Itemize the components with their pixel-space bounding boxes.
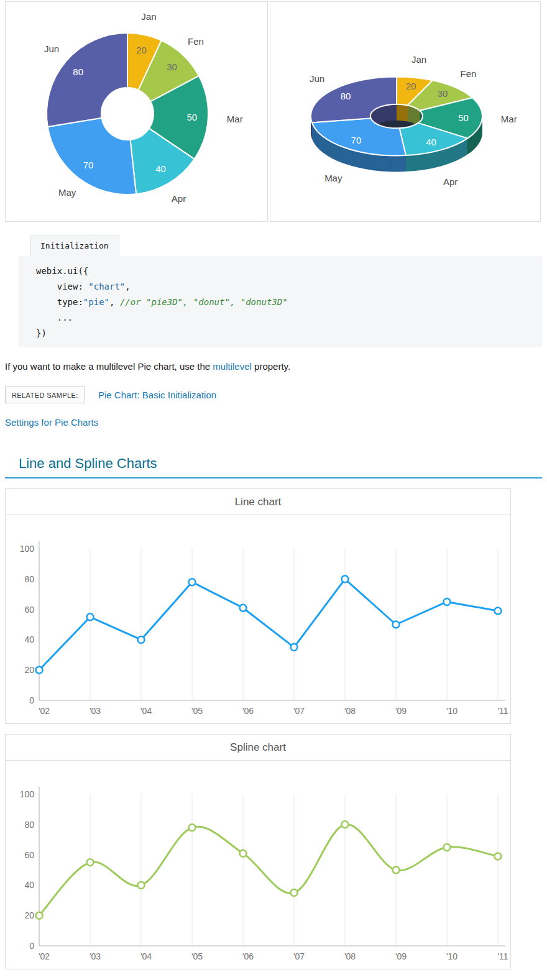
multilevel-link[interactable]: multilevel bbox=[213, 361, 252, 372]
y-tick-label: 80 bbox=[24, 574, 34, 584]
code-lines: webix.ui({ view: "chart", type:"pie", //… bbox=[36, 263, 542, 341]
data-point-marker bbox=[87, 613, 94, 620]
data-point-marker bbox=[189, 824, 196, 831]
pie-donut-chart: 203050407080JanFenMarAprMayJun bbox=[6, 2, 267, 221]
x-tick-label: '02 bbox=[39, 706, 50, 716]
pie3d-chart-panel: 203050407080JanFenMarAprMayJun bbox=[270, 1, 541, 222]
y-tick-label: 40 bbox=[24, 634, 34, 644]
pie-chart-panel: 203050407080JanFenMarAprMayJun bbox=[5, 1, 268, 222]
line-chart-title: Line chart bbox=[6, 489, 510, 515]
pie-category-label: Jun bbox=[44, 44, 59, 54]
data-point-marker bbox=[444, 598, 451, 605]
pie-category-label: Mar bbox=[227, 114, 243, 124]
y-tick-label: 0 bbox=[29, 941, 34, 951]
pie-category-label: May bbox=[324, 173, 342, 183]
y-tick-label: 80 bbox=[24, 820, 34, 830]
data-point-marker bbox=[138, 636, 145, 643]
y-tick-label: 20 bbox=[24, 910, 34, 920]
x-tick-label: '06 bbox=[242, 706, 254, 716]
x-tick-label: '03 bbox=[90, 706, 101, 716]
pie-value-label: 20 bbox=[406, 81, 416, 91]
x-tick-label: '03 bbox=[90, 951, 101, 961]
x-tick-label: '08 bbox=[344, 951, 356, 961]
spline-chart-panel: Spline chart 020406080100'02'03'04'05'06… bbox=[5, 734, 511, 969]
data-point-marker bbox=[342, 821, 349, 828]
x-tick-label: '11 bbox=[497, 706, 508, 716]
x-tick-label: '08 bbox=[344, 706, 356, 716]
y-tick-label: 20 bbox=[24, 665, 34, 675]
pie-value-label: 40 bbox=[155, 163, 166, 174]
x-tick-label: '10 bbox=[446, 951, 457, 961]
pie-category-label: Mar bbox=[501, 114, 517, 124]
x-tick-label: '11 bbox=[497, 951, 508, 961]
pie-category-label: Fen bbox=[461, 68, 477, 79]
data-point-marker bbox=[240, 850, 247, 857]
pie-value-label: 50 bbox=[186, 112, 197, 122]
data-point-marker bbox=[495, 853, 502, 860]
data-point-marker bbox=[291, 644, 298, 651]
spline-chart-title: Spline chart bbox=[6, 735, 510, 761]
pie-category-label: Apr bbox=[172, 193, 186, 204]
pie-category-label: Fen bbox=[188, 36, 204, 47]
x-tick-label: '04 bbox=[140, 706, 152, 716]
x-tick-label: '02 bbox=[39, 951, 50, 961]
x-tick-label: '09 bbox=[395, 706, 407, 716]
data-point-marker bbox=[36, 667, 43, 674]
data-point-marker bbox=[393, 621, 400, 628]
code-block: webix.ui({ view: "chart", type:"pie", //… bbox=[19, 256, 542, 347]
x-tick-label: '04 bbox=[140, 951, 152, 961]
pie-slice-may bbox=[48, 118, 136, 195]
related-sample-link[interactable]: Pie Chart: Basic Initialization bbox=[98, 390, 216, 400]
multilevel-paragraph: If you want to make a multilevel Pie cha… bbox=[5, 360, 540, 373]
y-tick-label: 40 bbox=[24, 880, 34, 890]
data-point-marker bbox=[342, 575, 349, 582]
pie-category-label: Jan bbox=[141, 11, 156, 22]
section-heading-rule bbox=[5, 477, 542, 479]
y-tick-label: 60 bbox=[24, 605, 34, 615]
paragraph-text-after: property. bbox=[252, 361, 290, 372]
pie-category-label: Jun bbox=[310, 73, 324, 84]
line-series bbox=[39, 579, 498, 670]
y-tick-label: 0 bbox=[29, 695, 34, 705]
x-tick-label: '05 bbox=[191, 951, 203, 961]
data-point-marker bbox=[393, 867, 400, 874]
settings-for-pie-charts-link[interactable]: Settings for Pie Charts bbox=[5, 417, 98, 428]
x-tick-label: '09 bbox=[395, 951, 407, 961]
data-point-marker bbox=[36, 912, 43, 919]
line-chart: 020406080100'02'03'04'05'06'07'08'09'10'… bbox=[6, 515, 510, 725]
pie-value-label: 30 bbox=[438, 88, 448, 99]
pie-donut3d-chart: 203050407080JanFenMarAprMayJun bbox=[270, 2, 540, 221]
pie-category-label: May bbox=[58, 187, 76, 198]
pie-value-label: 70 bbox=[351, 135, 362, 145]
x-tick-label: '07 bbox=[293, 706, 305, 716]
y-tick-label: 100 bbox=[20, 789, 35, 799]
pie-category-label: Apr bbox=[443, 176, 457, 187]
related-sample-badge: RELATED SAMPLE: bbox=[5, 387, 85, 403]
pie-value-label: 80 bbox=[73, 66, 83, 77]
data-point-marker bbox=[444, 844, 451, 851]
data-point-marker bbox=[87, 859, 94, 866]
docs-page: 203050407080JanFenMarAprMayJun 203050407… bbox=[0, 0, 547, 980]
line-chart-panel: Line chart 020406080100'02'03'04'05'06'0… bbox=[5, 488, 511, 724]
paragraph-text-before: If you want to make a multilevel Pie cha… bbox=[5, 361, 213, 372]
spline-chart: 020406080100'02'03'04'05'06'07'08'09'10'… bbox=[6, 761, 510, 970]
data-point-marker bbox=[495, 608, 502, 615]
pie-value-label: 50 bbox=[458, 112, 469, 123]
x-tick-label: '05 bbox=[191, 706, 203, 716]
pie-value-label: 80 bbox=[341, 91, 351, 101]
pie-value-label: 70 bbox=[83, 160, 94, 170]
spline-series bbox=[39, 824, 498, 915]
x-tick-label: '07 bbox=[293, 951, 305, 961]
y-tick-label: 100 bbox=[20, 544, 35, 554]
pie-category-label: Jan bbox=[411, 54, 426, 65]
data-point-marker bbox=[189, 579, 196, 585]
section-heading: Line and Spline Charts bbox=[19, 456, 157, 472]
code-tab-initialization[interactable]: Initialization bbox=[30, 236, 119, 256]
x-tick-label: '10 bbox=[446, 706, 457, 716]
pie-value-label: 40 bbox=[426, 137, 436, 147]
x-tick-label: '06 bbox=[242, 951, 254, 961]
data-point-marker bbox=[138, 882, 145, 889]
pie-value-label: 20 bbox=[136, 45, 147, 55]
data-point-marker bbox=[291, 889, 298, 896]
pie-value-label: 30 bbox=[167, 62, 177, 72]
